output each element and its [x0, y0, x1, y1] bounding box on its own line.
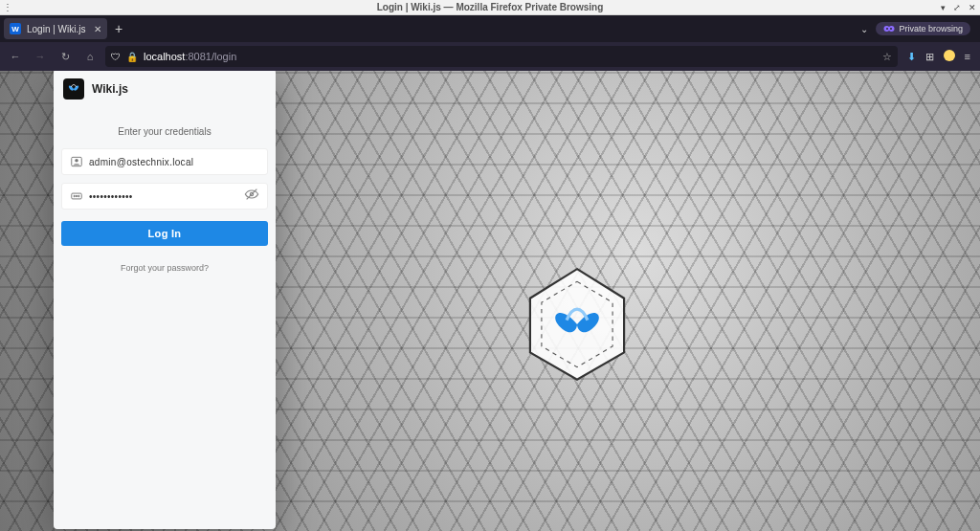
- os-window-title: Login | Wiki.js — Mozilla Firefox Privat…: [0, 2, 980, 12]
- bookmark-star-icon[interactable]: ☆: [882, 51, 892, 63]
- password-field-wrapper: [61, 183, 268, 210]
- svg-point-11: [76, 195, 77, 196]
- browser-toolbar: ← → ↻ ⌂ 🛡 🔒 localhost:8081/login ☆ ⬇ ⊞ ≡: [0, 42, 980, 71]
- svg-point-4: [890, 28, 892, 30]
- mask-icon: [883, 25, 895, 33]
- forward-button[interactable]: →: [31, 51, 50, 62]
- lock-icon[interactable]: 🔒: [126, 52, 138, 62]
- url-path: :8081/login: [185, 51, 236, 62]
- svg-point-8: [75, 159, 78, 163]
- url-host: localhost: [144, 51, 185, 62]
- email-field-wrapper: [61, 148, 268, 175]
- extensions-icon[interactable]: ⊞: [925, 51, 934, 63]
- svg-point-12: [78, 195, 79, 196]
- page-content: Wiki.js Enter your credentials: [0, 71, 980, 531]
- center-hex-logo: [524, 267, 630, 382]
- svg-point-10: [74, 195, 75, 196]
- overflow-menu-icon[interactable]: ≡: [965, 51, 970, 62]
- app-name: Wiki.js: [92, 82, 128, 96]
- private-browsing-label: Private browsing: [899, 24, 963, 33]
- tab-close-icon[interactable]: ✕: [94, 24, 101, 34]
- url-bar[interactable]: 🛡 🔒 localhost:8081/login ☆: [105, 46, 898, 67]
- forgot-password-link[interactable]: Forgot your password?: [54, 246, 276, 290]
- password-field[interactable]: [89, 191, 238, 202]
- shield-icon[interactable]: 🛡: [111, 52, 121, 62]
- private-browsing-badge: Private browsing: [876, 22, 970, 35]
- downloads-icon[interactable]: ⬇: [907, 51, 916, 63]
- os-title-bar: ⋮ Login | Wiki.js — Mozilla Firefox Priv…: [0, 0, 980, 15]
- back-button[interactable]: ←: [6, 51, 25, 62]
- svg-point-3: [886, 28, 888, 30]
- tab-label: Login | Wiki.js: [27, 24, 88, 34]
- new-tab-button[interactable]: +: [107, 21, 130, 36]
- window-maximize-icon[interactable]: ⤢: [953, 3, 961, 12]
- tabs-chevron-down-icon[interactable]: ⌄: [860, 24, 868, 34]
- password-icon: [70, 189, 83, 203]
- home-button[interactable]: ⌂: [80, 51, 100, 62]
- email-field[interactable]: [89, 157, 259, 167]
- login-card: Wiki.js Enter your credentials: [54, 71, 276, 529]
- wikijs-logo-icon: [63, 78, 84, 100]
- login-prompt: Enter your credentials: [54, 105, 276, 148]
- reload-button[interactable]: ↻: [56, 51, 75, 63]
- browser-tab[interactable]: W Login | Wiki.js ✕: [4, 18, 107, 39]
- user-icon: [70, 155, 83, 168]
- window-close-icon[interactable]: ✕: [969, 3, 976, 12]
- lightbulb-icon[interactable]: [944, 50, 955, 63]
- tab-favicon-icon: W: [10, 23, 21, 34]
- window-minimize-icon[interactable]: ▾: [941, 3, 946, 12]
- browser-tab-strip: W Login | Wiki.js ✕ + ⌄ Private browsing: [0, 15, 980, 42]
- login-button[interactable]: Log In: [61, 221, 268, 246]
- toggle-password-visibility-icon[interactable]: [244, 187, 259, 206]
